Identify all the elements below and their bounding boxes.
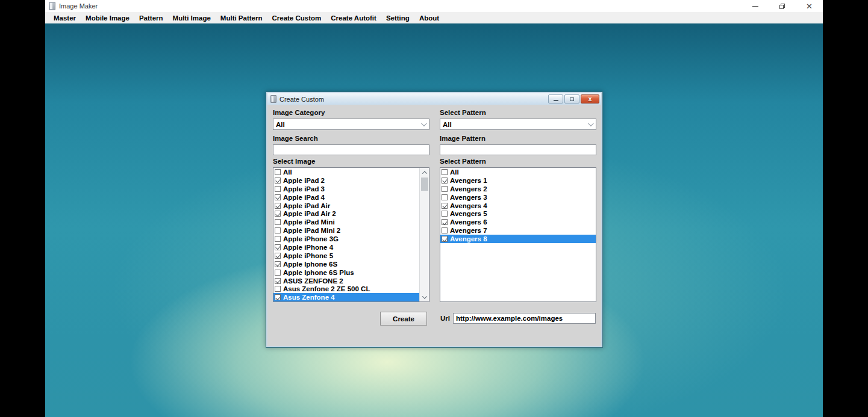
- window-controls: ✕: [742, 0, 823, 12]
- checkbox-icon[interactable]: [442, 169, 448, 175]
- checkbox-icon[interactable]: [275, 270, 281, 276]
- list-item[interactable]: Apple iPad Air 2: [273, 209, 419, 218]
- checkbox-icon[interactable]: [275, 236, 281, 242]
- checkbox-checked-icon[interactable]: [442, 203, 448, 209]
- app-icon: [49, 2, 55, 10]
- checkbox-checked-icon[interactable]: [442, 219, 448, 225]
- desktop-background: Create Custom x Image Category All Image…: [45, 23, 823, 417]
- image-list[interactable]: AllApple iPad 2Apple iPad 3Apple iPad 4A…: [273, 167, 429, 302]
- checkbox-checked-icon[interactable]: [275, 261, 281, 267]
- dialog-maximize-icon: [570, 97, 574, 101]
- list-item[interactable]: All: [273, 168, 419, 176]
- checkbox-icon[interactable]: [442, 194, 448, 200]
- list-item[interactable]: Apple iPhone 3G: [273, 235, 419, 243]
- minimize-button[interactable]: [742, 0, 769, 12]
- checkbox-checked-icon[interactable]: [275, 244, 281, 250]
- checkbox-icon[interactable]: [442, 227, 448, 233]
- checkbox-icon[interactable]: [442, 211, 448, 217]
- list-item[interactable]: Asus Zenfone 2 ZE 500 CL: [273, 285, 419, 293]
- list-item[interactable]: Avengers 2: [440, 185, 596, 193]
- list-item-label: Apple iPad Mini: [283, 218, 335, 226]
- image-category-select[interactable]: All: [273, 119, 429, 130]
- checkbox-checked-icon[interactable]: [275, 211, 281, 217]
- checkbox-checked-icon[interactable]: [442, 236, 448, 242]
- menu-item-setting[interactable]: Setting: [381, 14, 414, 22]
- list-item[interactable]: Avengers 6: [440, 218, 596, 226]
- list-item-label: Apple Iphone 6S Plus: [283, 269, 354, 276]
- menu-item-multi-image[interactable]: Multi Image: [168, 14, 216, 22]
- url-input[interactable]: [453, 313, 596, 324]
- menu-item-create-autofit[interactable]: Create Autofit: [326, 14, 381, 22]
- menu-item-multi-pattern[interactable]: Multi Pattern: [216, 14, 267, 22]
- image-category-label: Image Category: [273, 109, 325, 116]
- image-list-scrollbar[interactable]: [419, 168, 429, 301]
- chevron-down-icon: [588, 120, 594, 126]
- list-item[interactable]: Apple Iphone 6S Plus: [273, 268, 419, 277]
- checkbox-icon[interactable]: [275, 169, 281, 175]
- checkbox-icon[interactable]: [442, 186, 448, 192]
- list-item[interactable]: Avengers 8: [440, 235, 596, 243]
- menu-item-mobile-image[interactable]: Mobile Image: [81, 14, 134, 22]
- list-item[interactable]: Apple iPad Mini: [273, 218, 419, 226]
- scroll-down-button[interactable]: [420, 292, 429, 301]
- create-custom-dialog: Create Custom x Image Category All Image…: [266, 91, 603, 348]
- list-item[interactable]: ASUS ZENFONE 2: [273, 277, 419, 285]
- list-item[interactable]: All: [440, 168, 596, 176]
- checkbox-checked-icon[interactable]: [275, 294, 281, 300]
- list-item[interactable]: Apple iPad 4: [273, 193, 419, 202]
- checkbox-icon[interactable]: [275, 186, 281, 192]
- menu-item-create-custom[interactable]: Create Custom: [267, 14, 326, 22]
- checkbox-checked-icon[interactable]: [442, 178, 448, 184]
- list-item-label: Avengers 3: [450, 194, 487, 201]
- list-item[interactable]: Apple iPad 3: [273, 185, 419, 193]
- list-item[interactable]: Apple iPhone 4: [273, 243, 419, 252]
- list-item[interactable]: Apple iPad 2: [273, 176, 419, 185]
- scrollbar-thumb[interactable]: [421, 178, 428, 191]
- list-item-label: Apple iPad Air 2: [283, 210, 336, 217]
- checkbox-icon[interactable]: [275, 286, 281, 292]
- list-item[interactable]: Asus Zenfone 4: [273, 293, 419, 301]
- dialog-titlebar[interactable]: Create Custom x: [267, 93, 601, 105]
- list-item[interactable]: Avengers 7: [440, 226, 596, 235]
- menu-item-pattern[interactable]: Pattern: [134, 14, 168, 22]
- list-item-label: Avengers 7: [450, 227, 487, 234]
- dialog-icon: [270, 95, 276, 103]
- scroll-up-button[interactable]: [420, 168, 429, 177]
- checkbox-icon[interactable]: [275, 219, 281, 225]
- pattern-category-select[interactable]: All: [440, 119, 596, 130]
- restore-button[interactable]: [769, 0, 796, 12]
- list-item[interactable]: Apple Iphone 6S: [273, 260, 419, 268]
- list-item[interactable]: Avengers 4: [440, 202, 596, 210]
- list-item-label: All: [450, 168, 459, 176]
- checkbox-icon[interactable]: [275, 227, 281, 233]
- checkbox-checked-icon[interactable]: [275, 203, 281, 209]
- list-item-label: Apple iPad Air: [283, 202, 330, 209]
- dialog-close-button[interactable]: x: [581, 94, 599, 103]
- list-item-label: Avengers 1: [450, 177, 487, 184]
- checkbox-checked-icon[interactable]: [275, 278, 281, 284]
- list-item[interactable]: Avengers 5: [440, 209, 596, 218]
- image-pattern-input[interactable]: [440, 144, 596, 155]
- scrollbar-track[interactable]: [420, 177, 429, 292]
- list-item[interactable]: Apple iPad Mini 2: [273, 226, 419, 235]
- image-search-input[interactable]: [273, 144, 429, 155]
- checkbox-checked-icon[interactable]: [275, 253, 281, 259]
- checkbox-checked-icon[interactable]: [275, 194, 281, 200]
- pattern-list[interactable]: AllAvengers 1Avengers 2Avengers 3Avenger…: [440, 167, 596, 302]
- menu-item-about[interactable]: About: [414, 14, 444, 22]
- dialog-minimize-button[interactable]: [548, 94, 563, 103]
- app-window: Image Maker ✕ MasterMobile ImagePatternM…: [45, 0, 823, 417]
- dialog-maximize-button[interactable]: [564, 94, 579, 103]
- menu-item-master[interactable]: Master: [49, 14, 81, 22]
- dialog-minimize-icon: [554, 100, 558, 101]
- minimize-icon: [752, 6, 758, 7]
- list-item[interactable]: Apple iPhone 5: [273, 252, 419, 260]
- list-item[interactable]: Avengers 1: [440, 176, 596, 185]
- list-item[interactable]: Apple iPad Air: [273, 202, 419, 210]
- list-item-label: Asus Zenfone 4: [283, 294, 335, 301]
- chevron-down-icon: [421, 120, 427, 126]
- create-button[interactable]: Create: [380, 312, 427, 326]
- checkbox-checked-icon[interactable]: [275, 178, 281, 184]
- close-button[interactable]: ✕: [796, 0, 823, 12]
- list-item[interactable]: Avengers 3: [440, 193, 596, 202]
